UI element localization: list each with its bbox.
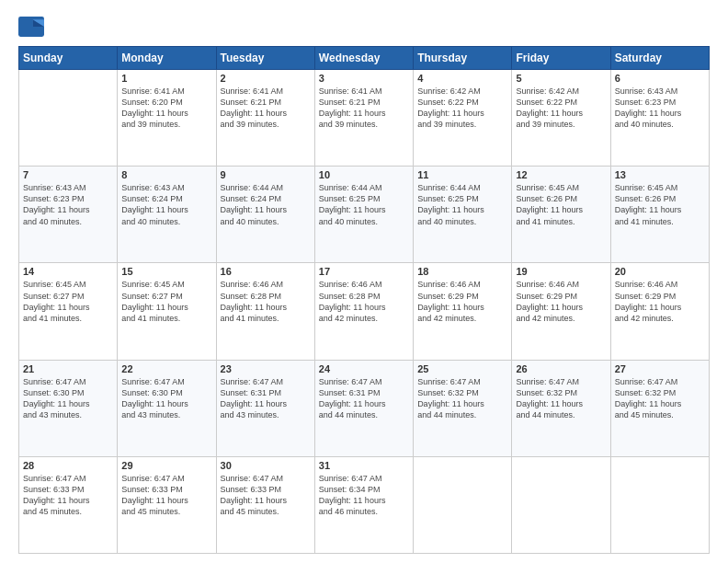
day-number: 11 [417,169,507,180]
calendar-cell: 4Sunrise: 6:42 AMSunset: 6:22 PMDaylight… [414,70,512,167]
day-info: Sunrise: 6:46 AMSunset: 6:29 PMDaylight:… [516,279,606,324]
day-info: Sunrise: 6:43 AMSunset: 6:23 PMDaylight:… [615,86,705,131]
logo [18,17,48,37]
calendar-cell: 13Sunrise: 6:45 AMSunset: 6:26 PMDayligh… [610,167,709,263]
day-number: 16 [221,266,311,277]
day-info: Sunrise: 6:47 AMSunset: 6:30 PMDaylight:… [121,376,211,421]
day-info: Sunrise: 6:44 AMSunset: 6:25 PMDaylight:… [417,182,507,227]
day-number: 14 [23,266,113,277]
day-number: 5 [516,73,606,84]
day-number: 2 [221,73,311,84]
day-info: Sunrise: 6:45 AMSunset: 6:26 PMDaylight:… [615,182,705,227]
calendar-cell: 30Sunrise: 6:47 AMSunset: 6:33 PMDayligh… [216,456,314,553]
day-number: 19 [516,266,606,277]
day-number: 29 [121,460,211,471]
calendar-cell: 8Sunrise: 6:43 AMSunset: 6:24 PMDaylight… [118,167,216,263]
weekday-header-saturday: Saturday [610,47,709,70]
calendar-cell [610,456,709,553]
day-info: Sunrise: 6:45 AMSunset: 6:27 PMDaylight:… [23,279,113,324]
weekday-header-sunday: Sunday [19,47,118,70]
day-number: 7 [23,169,113,180]
header [18,17,710,37]
calendar-week-row: 28Sunrise: 6:47 AMSunset: 6:33 PMDayligh… [19,456,710,553]
day-info: Sunrise: 6:47 AMSunset: 6:31 PMDaylight:… [319,376,409,421]
day-number: 30 [221,460,311,471]
day-number: 13 [615,169,705,180]
logo-area [18,17,48,37]
calendar-cell: 15Sunrise: 6:45 AMSunset: 6:27 PMDayligh… [118,263,216,360]
weekday-header-tuesday: Tuesday [216,47,314,70]
calendar-week-row: 14Sunrise: 6:45 AMSunset: 6:27 PMDayligh… [19,263,710,360]
day-info: Sunrise: 6:47 AMSunset: 6:32 PMDaylight:… [417,376,507,421]
day-number: 8 [121,169,211,180]
calendar-table: SundayMondayTuesdayWednesdayThursdayFrid… [18,46,710,554]
calendar-cell [19,70,118,167]
page: SundayMondayTuesdayWednesdayThursdayFrid… [0,0,728,563]
day-number: 6 [615,73,705,84]
day-info: Sunrise: 6:41 AMSunset: 6:21 PMDaylight:… [319,86,409,131]
calendar-cell: 1Sunrise: 6:41 AMSunset: 6:20 PMDaylight… [118,70,216,167]
calendar-cell: 9Sunrise: 6:44 AMSunset: 6:24 PMDaylight… [216,167,314,263]
day-number: 9 [221,169,311,180]
calendar-cell: 19Sunrise: 6:46 AMSunset: 6:29 PMDayligh… [512,263,610,360]
day-info: Sunrise: 6:47 AMSunset: 6:33 PMDaylight:… [121,473,211,518]
day-number: 10 [319,169,409,180]
calendar-cell: 25Sunrise: 6:47 AMSunset: 6:32 PMDayligh… [414,360,512,456]
day-info: Sunrise: 6:45 AMSunset: 6:26 PMDaylight:… [516,182,606,227]
day-info: Sunrise: 6:43 AMSunset: 6:24 PMDaylight:… [121,182,211,227]
day-info: Sunrise: 6:46 AMSunset: 6:28 PMDaylight:… [319,279,409,324]
day-info: Sunrise: 6:43 AMSunset: 6:23 PMDaylight:… [23,182,113,227]
weekday-header-monday: Monday [118,47,216,70]
weekday-header-thursday: Thursday [414,47,512,70]
day-info: Sunrise: 6:46 AMSunset: 6:28 PMDaylight:… [221,279,311,324]
day-number: 24 [319,363,409,374]
day-info: Sunrise: 6:46 AMSunset: 6:29 PMDaylight:… [417,279,507,324]
calendar-cell: 2Sunrise: 6:41 AMSunset: 6:21 PMDaylight… [216,70,314,167]
calendar-cell: 31Sunrise: 6:47 AMSunset: 6:34 PMDayligh… [314,456,413,553]
weekday-header-wednesday: Wednesday [314,47,413,70]
day-info: Sunrise: 6:44 AMSunset: 6:24 PMDaylight:… [221,182,311,227]
calendar-cell: 27Sunrise: 6:47 AMSunset: 6:32 PMDayligh… [610,360,709,456]
calendar-cell: 3Sunrise: 6:41 AMSunset: 6:21 PMDaylight… [314,70,413,167]
day-info: Sunrise: 6:42 AMSunset: 6:22 PMDaylight:… [516,86,606,131]
day-number: 1 [121,73,211,84]
day-info: Sunrise: 6:42 AMSunset: 6:22 PMDaylight:… [417,86,507,131]
day-info: Sunrise: 6:47 AMSunset: 6:33 PMDaylight:… [23,473,113,518]
calendar-cell: 10Sunrise: 6:44 AMSunset: 6:25 PMDayligh… [314,167,413,263]
calendar-cell: 28Sunrise: 6:47 AMSunset: 6:33 PMDayligh… [19,456,118,553]
day-number: 27 [615,363,705,374]
day-number: 4 [417,73,507,84]
day-number: 26 [516,363,606,374]
day-info: Sunrise: 6:44 AMSunset: 6:25 PMDaylight:… [319,182,409,227]
day-number: 25 [417,363,507,374]
day-info: Sunrise: 6:47 AMSunset: 6:31 PMDaylight:… [221,376,311,421]
day-number: 15 [121,266,211,277]
day-info: Sunrise: 6:47 AMSunset: 6:32 PMDaylight:… [615,376,705,421]
day-number: 28 [23,460,113,471]
day-number: 17 [319,266,409,277]
day-number: 20 [615,266,705,277]
day-number: 18 [417,266,507,277]
calendar-cell: 21Sunrise: 6:47 AMSunset: 6:30 PMDayligh… [19,360,118,456]
day-number: 31 [319,460,409,471]
calendar-cell: 26Sunrise: 6:47 AMSunset: 6:32 PMDayligh… [512,360,610,456]
calendar-cell: 22Sunrise: 6:47 AMSunset: 6:30 PMDayligh… [118,360,216,456]
calendar-week-row: 7Sunrise: 6:43 AMSunset: 6:23 PMDaylight… [19,167,710,263]
calendar-cell: 11Sunrise: 6:44 AMSunset: 6:25 PMDayligh… [414,167,512,263]
calendar-cell: 20Sunrise: 6:46 AMSunset: 6:29 PMDayligh… [610,263,709,360]
day-info: Sunrise: 6:47 AMSunset: 6:34 PMDaylight:… [319,473,409,518]
day-info: Sunrise: 6:45 AMSunset: 6:27 PMDaylight:… [121,279,211,324]
calendar-cell: 29Sunrise: 6:47 AMSunset: 6:33 PMDayligh… [118,456,216,553]
calendar-cell [414,456,512,553]
weekday-header-friday: Friday [512,47,610,70]
calendar-week-row: 1Sunrise: 6:41 AMSunset: 6:20 PMDaylight… [19,70,710,167]
calendar-cell: 5Sunrise: 6:42 AMSunset: 6:22 PMDaylight… [512,70,610,167]
day-number: 23 [221,363,311,374]
calendar-cell: 17Sunrise: 6:46 AMSunset: 6:28 PMDayligh… [314,263,413,360]
day-info: Sunrise: 6:47 AMSunset: 6:30 PMDaylight:… [23,376,113,421]
calendar-cell: 7Sunrise: 6:43 AMSunset: 6:23 PMDaylight… [19,167,118,263]
calendar-cell [512,456,610,553]
day-number: 22 [121,363,211,374]
calendar-cell: 24Sunrise: 6:47 AMSunset: 6:31 PMDayligh… [314,360,413,456]
calendar-cell: 23Sunrise: 6:47 AMSunset: 6:31 PMDayligh… [216,360,314,456]
